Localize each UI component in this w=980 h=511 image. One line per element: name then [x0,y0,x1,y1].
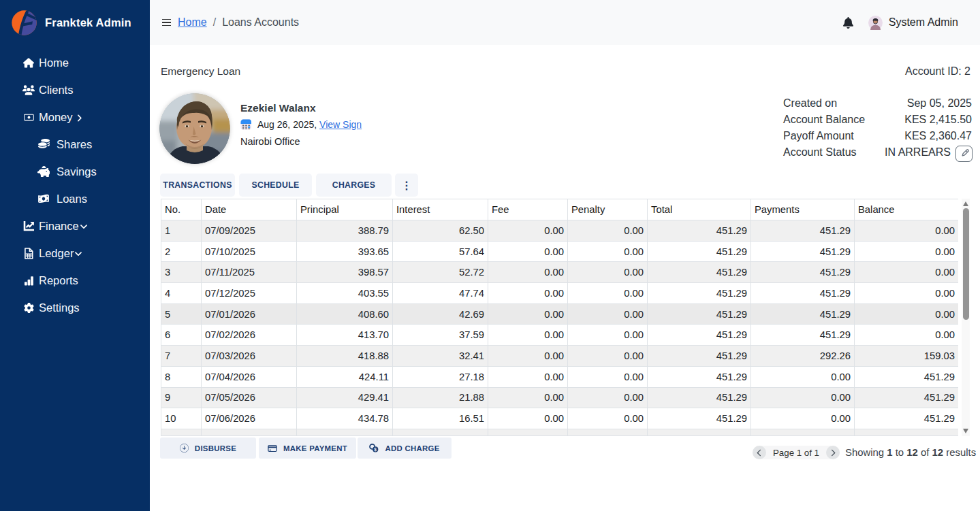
svg-text:$: $ [375,447,377,452]
